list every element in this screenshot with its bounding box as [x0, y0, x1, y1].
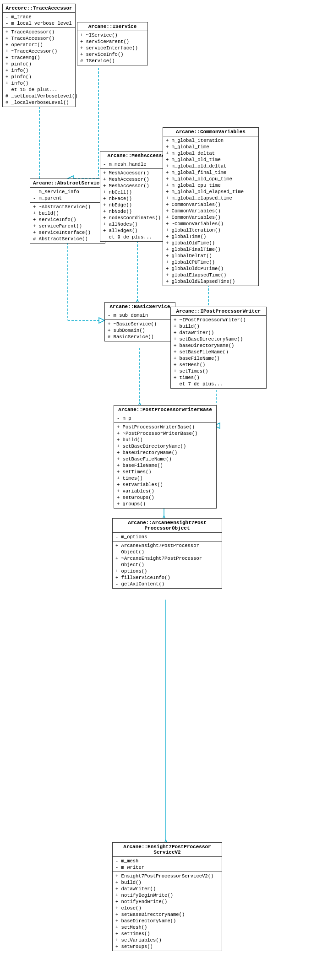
trace-accessor-fields: - m_trace - m_local_verbose_level [3, 13, 75, 28]
basic-service-fields: - m_sub_domain [105, 311, 175, 320]
iservice-box: Arcane::IService + ~IService() + service… [77, 22, 148, 65]
field-m-local-verbose: - m_local_verbose_level [5, 20, 72, 27]
abstract-service-box: Arcane::AbstractService - m_service_info… [30, 179, 105, 244]
abstract-service-title: Arcane::AbstractService [30, 179, 105, 188]
ensight7-service-v2-box: Arcane::Ensight7PostProcessorServiceV2 -… [112, 842, 222, 951]
field-m-writer: - m_writer [115, 864, 219, 871]
ipost-processor-writer-methods: + ~IPostProcessorWriter() + build() + da… [171, 316, 266, 388]
aeppo-methods: + ArcaneEnsight7PostProcessor Object() +… [113, 541, 222, 588]
ppwb-methods: + PostProcessorWriterBase() + ~PostProce… [114, 423, 216, 508]
abstract-service-fields: - m_service_info - m_parent [30, 188, 105, 203]
arcane-ensight7-ppo-box: Arcane::ArcaneEnsight7PostProcessorObjec… [112, 518, 222, 589]
trace-accessor-title: Arccore::TraceAccessor [3, 4, 75, 13]
iservice-methods: + ~IService() + serviceParent() + servic… [77, 31, 147, 65]
field-m-trace: - m_trace [5, 14, 72, 20]
post-processor-writer-base-title: Arcane::PostProcessorWriterBase [114, 406, 216, 414]
common-variables-title: Arcane::CommonVariables [163, 128, 258, 136]
iservice-title: Arcane::IService [77, 22, 147, 31]
aeppo-fields: - m_options [113, 533, 222, 541]
svg-marker-9 [99, 318, 104, 323]
basic-service-title: Arcane::BasicService [105, 303, 175, 311]
ipost-processor-writer-box: Arcane::IPostProcessorWriter + ~IPostPro… [170, 307, 267, 389]
ppwb-fields: - m_p [114, 414, 216, 423]
ipost-processor-writer-title: Arcane::IPostProcessorWriter [171, 307, 266, 316]
abstract-service-methods: + ~AbstractService() + build() + service… [30, 203, 105, 243]
ensight7-service-v2-title: Arcane::Ensight7PostProcessorServiceV2 [113, 843, 222, 857]
e7sv2-fields: - m_mesh - m_writer [113, 857, 222, 872]
common-variables-fields-methods: + m_global_iteration + m_global_time + m… [163, 136, 258, 286]
common-variables-box: Arcane::CommonVariables + m_global_itera… [163, 127, 259, 286]
post-processor-writer-base-box: Arcane::PostProcessorWriterBase - m_p + … [114, 405, 217, 509]
arcane-ensight7-ppo-title: Arcane::ArcaneEnsight7PostProcessorObjec… [113, 519, 222, 533]
diagram-container: Arccore::TraceAccessor - m_trace - m_loc… [0, 0, 322, 980]
trace-accessor-box: Arccore::TraceAccessor - m_trace - m_loc… [2, 4, 76, 107]
basic-service-methods: + ~BasicService() + subDomain() # BasicS… [105, 320, 175, 341]
e7sv2-methods: + Ensight7PostProcessorServiceV2() + bui… [113, 872, 222, 951]
trace-accessor-methods: + TraceAccessor() + TraceAccessor() + op… [3, 28, 75, 107]
basic-service-box: Arcane::BasicService - m_sub_domain + ~B… [104, 302, 175, 341]
